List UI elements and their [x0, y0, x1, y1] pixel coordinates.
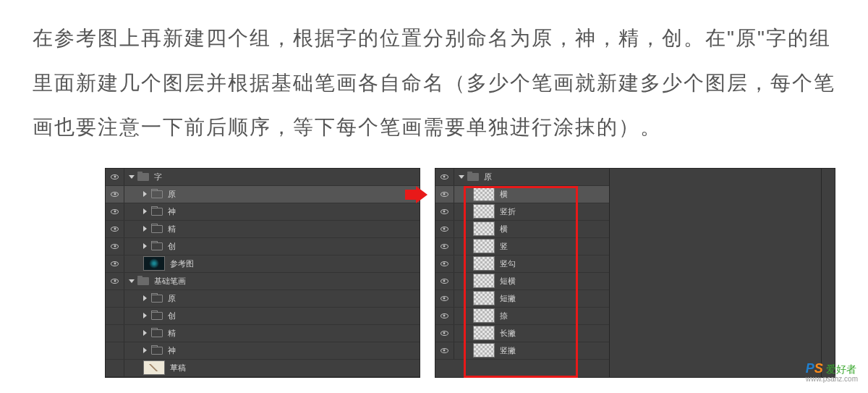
layer-row[interactable]: 短横	[435, 273, 609, 290]
watermark-url: www.psahz.com	[806, 375, 858, 383]
layer-label: 原	[484, 172, 492, 182]
layer-row[interactable]: 捺	[435, 308, 609, 325]
chevron-right-icon[interactable]	[143, 347, 147, 353]
visibility-icon[interactable]	[441, 244, 448, 249]
layer-label: 横	[500, 189, 508, 200]
layer-label: 精	[168, 328, 176, 339]
chevron-down-icon[interactable]	[129, 175, 135, 179]
folder-icon	[137, 173, 149, 181]
visibility-icon[interactable]	[111, 244, 119, 249]
visibility-icon[interactable]	[111, 174, 119, 179]
layer-thumbnail	[143, 256, 165, 271]
layer-label: 捺	[500, 310, 508, 321]
watermark: PS 爱好者 www.psahz.com	[806, 361, 858, 383]
layer-thumbnail	[473, 187, 495, 201]
visibility-icon[interactable]	[441, 348, 448, 353]
chevron-right-icon[interactable]	[143, 295, 147, 301]
visibility-icon[interactable]	[111, 279, 119, 284]
group-row[interactable]: 创	[106, 238, 420, 255]
layer-thumbnail	[473, 326, 495, 340]
chevron-right-icon[interactable]	[143, 243, 147, 249]
chevron-down-icon[interactable]	[459, 175, 464, 179]
layer-label: 字	[154, 172, 162, 182]
group-row[interactable]: 神	[106, 342, 420, 360]
visibility-icon[interactable]	[111, 209, 119, 214]
chevron-right-icon[interactable]	[143, 191, 147, 197]
layer-label: 横	[500, 224, 508, 234]
layers-panel-left: 字 原 神	[105, 168, 420, 378]
layer-row[interactable]: 草稿	[106, 360, 420, 377]
layer-label: 创	[168, 241, 176, 252]
layer-row[interactable]: 短撇	[435, 290, 609, 308]
layer-thumbnail	[143, 360, 165, 375]
layer-row[interactable]: 横	[435, 221, 609, 238]
instruction-text: 在参考图上再新建四个组，根据字的位置分别命名为原，神，精，创。在"原"字的组里面…	[0, 0, 868, 150]
layer-thumbnail	[473, 274, 495, 288]
visibility-icon[interactable]	[441, 174, 448, 179]
layer-label: 草稿	[170, 363, 186, 373]
layer-label: 短横	[500, 276, 516, 287]
layer-label: 精	[168, 224, 176, 234]
layer-thumbnail	[473, 291, 495, 305]
layer-label: 长撇	[500, 328, 516, 339]
visibility-icon[interactable]	[441, 227, 448, 232]
watermark-logo: PS	[806, 361, 823, 376]
group-row[interactable]: 原	[106, 290, 420, 308]
folder-icon	[137, 277, 149, 285]
visibility-icon[interactable]	[111, 192, 119, 197]
visibility-icon[interactable]	[441, 331, 448, 336]
group-row[interactable]: 精	[106, 325, 420, 342]
group-row[interactable]: 创	[106, 308, 420, 325]
group-row[interactable]: 原	[106, 186, 420, 203]
layer-label: 神	[168, 345, 176, 356]
layer-row[interactable]: 竖	[435, 238, 609, 255]
layer-row[interactable]: 竖撇	[435, 342, 609, 360]
chevron-down-icon[interactable]	[129, 279, 135, 283]
layers-panel-right: 原 横 竖折	[435, 168, 835, 378]
group-row[interactable]: 精	[106, 221, 420, 238]
layer-row[interactable]: 横	[435, 186, 609, 203]
folder-icon	[151, 329, 163, 337]
folder-icon	[151, 312, 163, 320]
layer-row[interactable]: 竖折	[435, 203, 609, 221]
group-row[interactable]: 字	[106, 169, 420, 186]
layer-row[interactable]: 竖勾	[435, 255, 609, 273]
layer-label: 原	[168, 189, 176, 200]
layer-row[interactable]: 参考图	[106, 255, 420, 273]
layer-label: 竖撇	[500, 345, 516, 356]
visibility-icon[interactable]	[441, 192, 448, 197]
visibility-icon[interactable]	[441, 296, 448, 301]
visibility-icon[interactable]	[441, 279, 448, 284]
chevron-right-icon[interactable]	[143, 208, 147, 214]
panels-container: 字 原 神	[105, 168, 835, 378]
folder-icon	[151, 295, 163, 303]
layer-thumbnail	[473, 308, 495, 323]
chevron-right-icon[interactable]	[143, 313, 147, 318]
visibility-icon[interactable]	[111, 227, 119, 232]
layer-thumbnail	[473, 343, 495, 358]
layer-label: 竖勾	[500, 258, 516, 269]
layer-label: 创	[168, 310, 176, 321]
folder-icon	[151, 347, 163, 355]
folder-icon	[151, 225, 163, 233]
layer-label: 神	[168, 206, 176, 217]
visibility-icon[interactable]	[111, 261, 119, 266]
visibility-icon[interactable]	[441, 313, 448, 318]
layer-label: 参考图	[170, 258, 194, 269]
visibility-icon[interactable]	[441, 209, 448, 214]
folder-icon	[151, 208, 163, 216]
layer-thumbnail	[473, 204, 495, 219]
layer-label: 基础笔画	[154, 276, 186, 287]
visibility-icon[interactable]	[441, 261, 448, 266]
layer-thumbnail	[473, 221, 495, 236]
chevron-right-icon[interactable]	[143, 226, 147, 232]
folder-icon	[151, 242, 163, 250]
folder-icon	[467, 173, 479, 181]
layer-label: 竖折	[500, 206, 516, 217]
layer-row[interactable]: 长撇	[435, 325, 609, 342]
group-row[interactable]: 基础笔画	[106, 273, 420, 290]
group-row[interactable]: 神	[106, 203, 420, 221]
layer-label: 短撇	[500, 293, 516, 304]
group-row[interactable]: 原	[435, 169, 609, 186]
chevron-right-icon[interactable]	[143, 330, 147, 336]
